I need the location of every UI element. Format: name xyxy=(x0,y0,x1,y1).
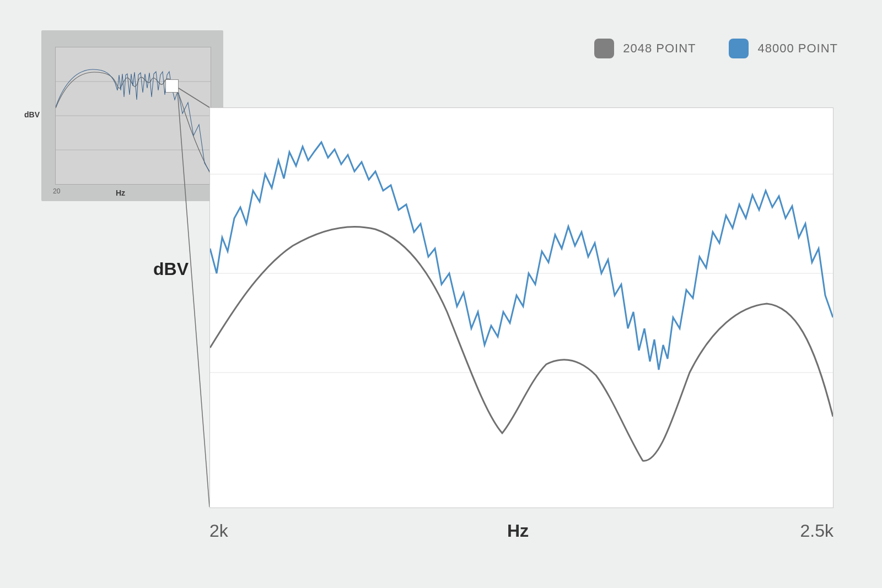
main-xtick-max: 2.5k xyxy=(800,521,833,541)
overview-dimmer xyxy=(41,30,223,201)
main-xlabel: Hz xyxy=(507,521,529,541)
overview-zoom-window xyxy=(165,79,179,93)
overview-ylabel: dBV xyxy=(24,110,40,119)
main-svg xyxy=(210,108,833,508)
main-chart xyxy=(209,107,833,508)
main-series-2048 xyxy=(210,226,833,461)
legend: 2048 POINT 48000 POINT xyxy=(594,39,838,58)
main-series-48000 xyxy=(210,142,833,370)
legend-swatch-blue xyxy=(729,39,749,58)
figure-stage: 2048 POINT 48000 POINT dBV Hz 20 xyxy=(0,0,882,588)
legend-item-48000: 48000 POINT xyxy=(729,39,838,58)
legend-label: 48000 POINT xyxy=(757,41,838,56)
legend-label: 2048 POINT xyxy=(623,41,696,56)
main-xtick-min: 2k xyxy=(209,521,228,541)
legend-swatch-gray xyxy=(594,39,614,58)
main-ylabel: dBV xyxy=(153,259,189,279)
legend-item-2048: 2048 POINT xyxy=(594,39,696,58)
